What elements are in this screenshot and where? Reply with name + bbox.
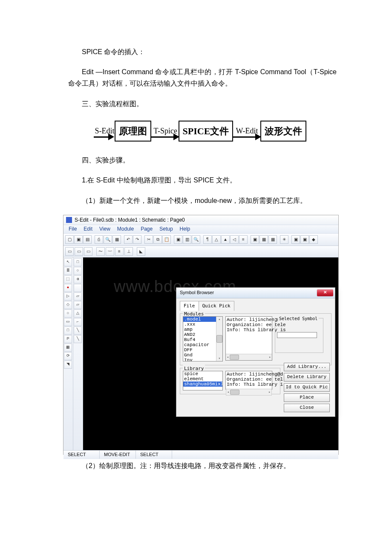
- toolbar-button[interactable]: 🔍: [104, 235, 112, 244]
- palette-tool[interactable]: ⟳: [64, 352, 72, 360]
- dialog-button[interactable]: Close: [284, 404, 330, 412]
- palette-shape[interactable]: ╲: [74, 335, 82, 343]
- palette-tool[interactable]: ●: [64, 284, 72, 292]
- palette-tool[interactable]: P: [64, 335, 72, 343]
- toolbar-button[interactable]: △: [212, 235, 221, 244]
- toolbar-button[interactable]: ▦: [112, 235, 121, 244]
- toolbar-button[interactable]: ↷: [133, 235, 141, 244]
- palette-shape[interactable]: ▱: [74, 292, 82, 301]
- toolbar-button[interactable]: ▢: [65, 235, 74, 244]
- list-item[interactable]: shanghua05mixlib: [183, 382, 222, 387]
- menu-file[interactable]: File: [69, 225, 77, 233]
- flow-diagram: S-Edit 原理图 T-Spice SPICE文件 W-Edit 波形文件: [62, 121, 337, 142]
- palette-shape[interactable]: ○: [74, 267, 82, 275]
- document-page: SPICE 命令的插入： Edit —Insert Command 命令或工具栏…: [0, 0, 392, 555]
- window-titlebar[interactable]: S-Edit - File0.sdb : Module1 : Schematic…: [63, 215, 338, 225]
- toolbar-button[interactable]: 〰: [106, 247, 114, 256]
- menu-edit[interactable]: Edit: [84, 225, 92, 233]
- toolbar-button[interactable]: ⎙: [95, 235, 103, 244]
- selected-symbol-field[interactable]: [277, 332, 317, 338]
- palette-shape[interactable]: △: [74, 309, 82, 318]
- list-item[interactable]: spice: [183, 371, 222, 376]
- palette-shape[interactable]: ⌐: [74, 318, 82, 326]
- dialog-button[interactable]: Delete Library: [284, 373, 330, 382]
- tool-palette-shapes: □○ɑ▱▱△⌐╲╲: [73, 257, 83, 450]
- toolbar-button[interactable]: 🔍: [192, 235, 200, 244]
- toolbar-button[interactable]: ↶: [124, 235, 133, 244]
- toolbar-button[interactable]: 〜: [96, 247, 105, 256]
- palette-tool[interactable]: ≣: [64, 267, 72, 275]
- toolbar-button[interactable]: 📋: [162, 235, 171, 244]
- flow-box: SPICE文件: [179, 121, 233, 142]
- palette-tool[interactable]: ○: [64, 309, 72, 318]
- dialog-tabs: File Quick Pick: [180, 301, 331, 311]
- palette-tool[interactable]: ▭: [64, 318, 72, 326]
- palette-tool[interactable]: ◇: [64, 301, 72, 309]
- toolbar-button[interactable]: ▭: [65, 247, 74, 256]
- dialog-button[interactable]: Add Library...: [284, 363, 330, 371]
- dialog-button[interactable]: Id to Quick Pic: [284, 383, 330, 392]
- menu-help[interactable]: Help: [180, 225, 190, 233]
- toolbar-button[interactable]: ◆: [309, 235, 318, 244]
- list-item[interactable]: element: [183, 376, 222, 382]
- canvas[interactable]: www.bdocx.com Symbol Browser ✕ File Quic…: [83, 257, 338, 450]
- menu-view[interactable]: View: [99, 225, 110, 233]
- scrollbar[interactable]: ▴▾: [216, 317, 222, 361]
- palette-shape[interactable]: ▱: [74, 301, 82, 309]
- palette-tool[interactable]: ◥: [64, 361, 72, 369]
- palette-tool[interactable]: ↖: [64, 258, 72, 266]
- toolbar-main: ▢▣▤⎙🔍▦↶↷✂⧉📋▣▥🔍¶△▲◁≡▣▦▦✳▣▣◆: [63, 234, 338, 246]
- toolbar-button[interactable]: ▦: [268, 235, 277, 244]
- library-listbox[interactable]: spiceelementshanghua05mixlib: [183, 371, 223, 390]
- palette-tool[interactable]: ▷: [64, 292, 72, 301]
- toolbar-button[interactable]: ▭: [75, 247, 83, 256]
- toolbar-button[interactable]: ≡: [239, 235, 248, 244]
- palette-tool[interactable]: □: [64, 327, 72, 335]
- dialog-buttons: Add Library...Delete LibraryId to Quick …: [284, 363, 330, 412]
- toolbar-button[interactable]: ▦: [259, 235, 268, 244]
- toolbar-button[interactable]: ▤: [83, 235, 92, 244]
- palette-tool[interactable]: ⬚: [64, 275, 72, 283]
- arrow-icon: [94, 136, 113, 138]
- paragraph: （1）新建一个文件，新建一个模块，module-new，添加所需要的工艺库。: [68, 195, 337, 206]
- toolbar-button[interactable]: ¶: [203, 235, 212, 244]
- tool-palette-left: ↖≣⬚●▷◇○▭□P▦⟳◥: [63, 257, 73, 450]
- library-info: Author: lijincheng@d Organization: ee te…: [225, 371, 272, 390]
- work-area: ↖≣⬚●▷◇○▭□P▦⟳◥ □○ɑ▱▱△⌐╲╲ www.bdocx.com Sy…: [63, 257, 338, 450]
- menu-setup[interactable]: Setup: [159, 225, 173, 233]
- paragraph: SPICE 命令的插入：: [68, 46, 337, 58]
- paragraph: 四、实验步骤。: [68, 154, 337, 166]
- menu-page[interactable]: Page: [141, 225, 153, 233]
- toolbar-button[interactable]: ⧉: [153, 235, 162, 244]
- sedit-window: S-Edit - File0.sdb : Module1 : Schematic…: [63, 215, 339, 455]
- toolbar-button[interactable]: ≡: [115, 247, 124, 256]
- toolbar-button[interactable]: ✳: [280, 235, 288, 244]
- toolbar-button[interactable]: ▣: [174, 235, 182, 244]
- toolbar-button[interactable]: ▲: [221, 235, 230, 244]
- palette-shape[interactable]: ɑ: [74, 275, 82, 283]
- palette-shape[interactable]: [74, 284, 82, 292]
- toolbar-button[interactable]: ▣: [291, 235, 300, 244]
- flow-box: 原理图: [115, 121, 151, 142]
- palette-shape[interactable]: ╲: [74, 327, 82, 335]
- menu-module[interactable]: Module: [117, 225, 134, 233]
- toolbar-button[interactable]: ▭: [84, 247, 92, 256]
- dialog-titlebar[interactable]: Symbol Browser ✕: [176, 288, 335, 298]
- toolbar-button[interactable]: ▣: [251, 235, 259, 244]
- modules-listbox[interactable]: .model.xxxampAND2Buf4capacitorDFFGndInvK…: [183, 316, 223, 361]
- toolbar-button[interactable]: ✂: [144, 235, 153, 244]
- toolbar-button[interactable]: ◁: [230, 235, 239, 244]
- tab-file[interactable]: File: [180, 301, 199, 311]
- toolbar-button[interactable]: ▣: [74, 235, 83, 244]
- toolbar-button[interactable]: ▥: [183, 235, 191, 244]
- palette-tool[interactable]: ▦: [64, 344, 72, 352]
- module-info: Author: lijincheng@de Organization: ee t…: [225, 316, 272, 361]
- toolbar-secondary: ▭▭▭〜〰≡⊥◣: [63, 246, 338, 257]
- toolbar-button[interactable]: ◣: [137, 247, 145, 256]
- tab-quickpick[interactable]: Quick Pick: [199, 301, 234, 311]
- toolbar-button[interactable]: ⊥: [124, 247, 133, 256]
- close-button[interactable]: ✕: [317, 289, 333, 296]
- palette-shape[interactable]: □: [74, 258, 82, 266]
- toolbar-button[interactable]: ▣: [300, 235, 309, 244]
- dialog-button[interactable]: Place: [284, 393, 330, 402]
